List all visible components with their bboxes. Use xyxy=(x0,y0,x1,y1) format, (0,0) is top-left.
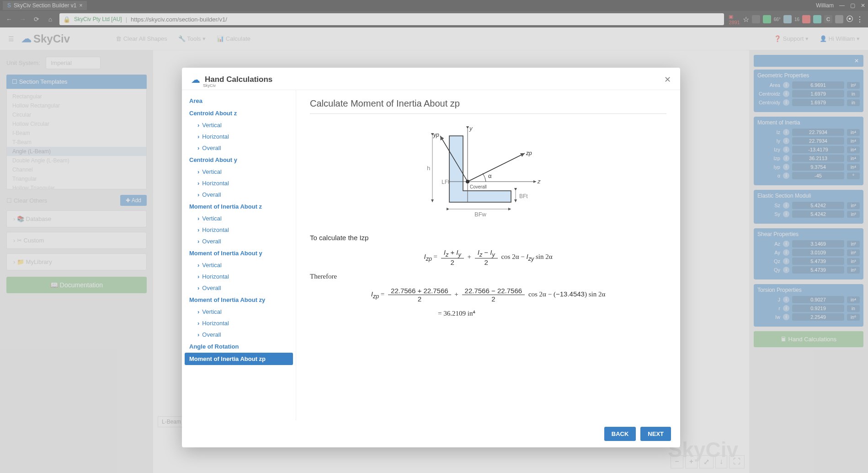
nav-item[interactable]: Overall xyxy=(185,282,293,294)
nav-section[interactable]: Moment of Inertia About y xyxy=(185,247,293,259)
formula-result: = 36.2109 in⁴ xyxy=(310,309,666,317)
modal-title: Hand Calculations xyxy=(205,75,272,84)
nav-section[interactable]: Centroid About y xyxy=(185,154,293,166)
next-button[interactable]: NEXT xyxy=(640,427,671,441)
svg-text:zp: zp xyxy=(526,150,532,156)
nav-item[interactable]: Horizontal xyxy=(185,224,293,236)
nav-item[interactable]: Overall xyxy=(185,329,293,340)
svg-point-11 xyxy=(466,180,469,183)
svg-text:α: α xyxy=(488,172,492,179)
modal-nav[interactable]: AreaCentroid About zVerticalHorizontalOv… xyxy=(182,90,296,420)
svg-text:z: z xyxy=(537,178,541,185)
nav-item[interactable]: Overall xyxy=(185,236,293,247)
svg-text:Coverall: Coverall xyxy=(470,184,487,189)
formula-general: Izp = Iz + Iy2 + Iz − Iy2 cos 2α − Izy s… xyxy=(310,248,666,266)
calc-line-1: To calculate the Izp xyxy=(310,234,666,242)
svg-text:BFw: BFw xyxy=(474,211,487,218)
nav-item[interactable]: Vertical xyxy=(185,306,293,317)
nav-section[interactable]: Angle of Rotation xyxy=(185,340,293,353)
nav-item[interactable]: Overall xyxy=(185,142,293,154)
nav-item[interactable]: Overall xyxy=(185,189,293,200)
svg-line-8 xyxy=(468,153,525,182)
nav-item[interactable]: Horizontal xyxy=(185,317,293,329)
nav-item[interactable]: Vertical xyxy=(185,213,293,224)
back-button[interactable]: BACK xyxy=(604,427,636,441)
nav-item[interactable]: Vertical xyxy=(185,166,293,177)
cloud-icon: ☁ xyxy=(191,74,200,85)
nav-item[interactable]: Vertical xyxy=(185,119,293,131)
svg-text:LFt: LFt xyxy=(442,179,450,185)
modal-content: Calculate Moment of Inertia About zp h y… xyxy=(296,90,680,420)
therefore-label: Therefore xyxy=(310,273,666,280)
nav-section[interactable]: Moment of Inertia About z xyxy=(185,200,293,213)
svg-text:y: y xyxy=(469,125,473,132)
nav-section[interactable]: Moment of Inertia About zy xyxy=(185,294,293,306)
nav-item[interactable]: Horizontal xyxy=(185,271,293,282)
hand-calc-modal: ☁ Hand Calculations SkyCiv ✕ AreaCentroi… xyxy=(182,68,680,447)
nav-item[interactable]: Vertical xyxy=(185,259,293,271)
svg-text:yp: yp xyxy=(433,132,439,138)
nav-item[interactable]: Horizontal xyxy=(185,131,293,142)
nav-section[interactable]: Moment of Inertia About zp xyxy=(185,353,293,365)
formula-numeric: Izp = 22.7566 + 22.75662 + 22.7566 − 22.… xyxy=(310,287,666,303)
nav-item[interactable]: Horizontal xyxy=(185,177,293,189)
content-heading: Calculate Moment of Inertia About zp xyxy=(310,98,666,114)
nav-section[interactable]: Centroid About z xyxy=(185,107,293,119)
svg-text:BFt: BFt xyxy=(519,193,528,199)
section-diagram: h y z yp zp α xyxy=(310,122,666,225)
svg-text:h: h xyxy=(427,165,430,172)
modal-close[interactable]: ✕ xyxy=(664,75,671,85)
nav-section[interactable]: Area xyxy=(185,95,293,107)
modal-logo-sub: SkyCiv xyxy=(203,83,216,88)
